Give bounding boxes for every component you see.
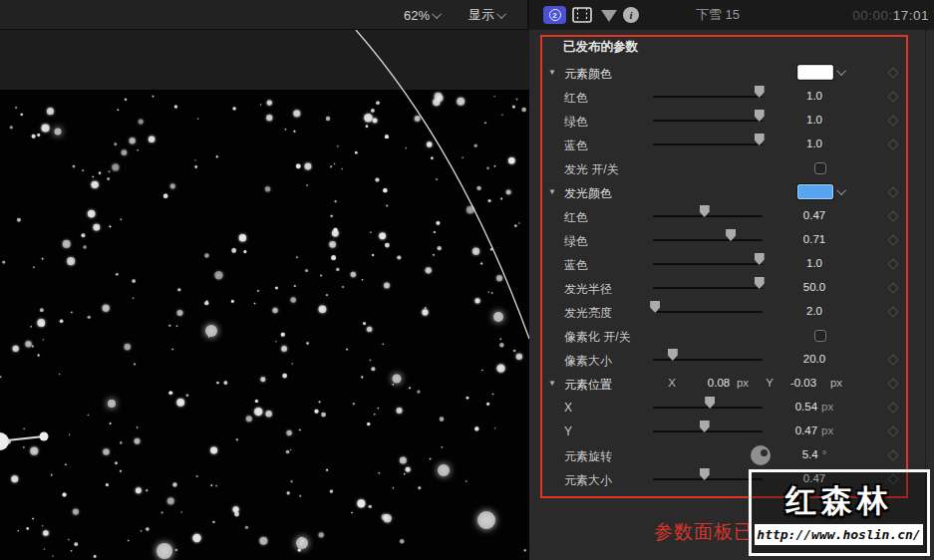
film-icon[interactable] xyxy=(572,7,592,23)
param-label: 像素化 开/关 xyxy=(564,329,631,346)
rotation-dial[interactable] xyxy=(751,445,771,465)
keyframe-diamond-icon[interactable] xyxy=(887,425,898,436)
info-icon[interactable]: i xyxy=(623,7,639,23)
param-unit: px xyxy=(821,424,833,436)
param-checkbox[interactable] xyxy=(814,162,826,174)
zoom-level-label: 62% xyxy=(404,8,430,23)
param-row-slider: X0.54px xyxy=(529,396,924,420)
param-row-xy: ▼元素位置X0.08pxY-0.03px xyxy=(529,372,924,396)
keyframe-diamond-icon[interactable] xyxy=(887,306,898,317)
param-row-slider: 红色0.47 xyxy=(529,204,924,228)
position-y-unit: px xyxy=(828,377,844,389)
slider-track[interactable] xyxy=(653,478,763,480)
param-value-field[interactable]: 0.47px xyxy=(775,424,854,436)
panel-header: 已发布的参数 xyxy=(563,39,638,56)
param-value-field[interactable]: 50.0 xyxy=(775,281,854,293)
param-label: 绿色 xyxy=(564,114,588,131)
slider-track[interactable] xyxy=(653,407,763,409)
param-row-slider: 红色1.0 xyxy=(529,85,924,109)
color-swatch[interactable] xyxy=(797,65,833,80)
param-value-field[interactable]: 1.0 xyxy=(775,138,854,149)
keyframe-diamond-icon[interactable] xyxy=(887,258,898,269)
keyframe-diamond-icon[interactable] xyxy=(887,282,898,293)
keyframe-diamond-icon[interactable] xyxy=(887,115,898,126)
param-label: 发光颜色 xyxy=(564,185,612,202)
disclosure-triangle-icon[interactable]: ▼ xyxy=(548,379,556,388)
watermark-url: http://www.hoslin.cn/ xyxy=(754,523,924,546)
slider-track[interactable] xyxy=(653,143,763,145)
position-y-value[interactable]: -0.03 xyxy=(775,377,832,389)
param-value: 1.0 xyxy=(806,138,822,149)
param-value-field[interactable]: 1.0 xyxy=(775,257,854,269)
keyframe-diamond-icon[interactable] xyxy=(887,67,898,78)
param-row-slider: 绿色1.0 xyxy=(529,109,924,133)
param-label: 元素位置 xyxy=(564,377,612,394)
keyframe-diamond-icon[interactable] xyxy=(887,449,898,460)
slider-track[interactable] xyxy=(653,359,763,361)
slider-track[interactable] xyxy=(653,120,763,122)
canvas-viewport[interactable] xyxy=(0,30,529,560)
param-value: 0.47 xyxy=(795,424,817,436)
param-label: 发光亮度 xyxy=(564,305,612,322)
slider-track[interactable] xyxy=(653,287,763,289)
toolbar-divider xyxy=(527,0,529,30)
keyframe-diamond-icon[interactable] xyxy=(887,186,898,197)
chevron-down-icon[interactable] xyxy=(836,66,846,76)
param-value: 1.0 xyxy=(806,257,822,269)
param-value-field[interactable]: 0.71 xyxy=(775,233,854,245)
zoom-level-menu[interactable]: 62% xyxy=(404,0,442,30)
param-value-field[interactable]: 5.4° xyxy=(775,448,854,460)
param-label: 元素颜色 xyxy=(564,66,612,83)
param-row-slider: 发光半径50.0 xyxy=(529,276,924,300)
slider-track[interactable] xyxy=(653,96,763,98)
param-label: 发光 开/关 xyxy=(564,161,619,178)
render-badge-icon[interactable]: 2 xyxy=(543,6,566,24)
keyframe-diamond-icon[interactable] xyxy=(887,234,898,245)
project-title: 下雪 15 xyxy=(658,0,778,30)
param-label: 红色 xyxy=(564,209,588,226)
param-row-slider: 蓝色1.0 xyxy=(529,133,924,156)
param-unit: ° xyxy=(822,448,827,460)
disclosure-triangle-icon[interactable]: ▼ xyxy=(548,68,556,77)
param-value-field[interactable]: 2.0 xyxy=(775,305,854,317)
param-label: 蓝色 xyxy=(564,138,588,154)
param-row-checkbox: 发光 开/关 xyxy=(529,156,924,180)
param-label: Y xyxy=(564,424,572,438)
canvas-toolbar: 62% 显示 2 i 下雪 15 00:00:17:01 xyxy=(0,0,934,30)
keyframe-diamond-icon[interactable] xyxy=(887,378,898,389)
color-swatch[interactable] xyxy=(797,184,833,199)
keyframe-diamond-icon[interactable] xyxy=(887,210,898,221)
slider-track[interactable] xyxy=(653,430,763,432)
view-triangle-icon[interactable] xyxy=(601,10,617,22)
param-value-field[interactable]: 1.0 xyxy=(775,114,854,126)
param-row-slider: 发光亮度2.0 xyxy=(529,300,924,324)
slider-track[interactable] xyxy=(653,239,763,241)
param-value-field[interactable]: 0.47 xyxy=(775,209,854,221)
param-value-field[interactable]: 1.0 xyxy=(775,90,854,102)
param-checkbox[interactable] xyxy=(814,330,826,342)
position-x-unit: px xyxy=(735,377,751,389)
param-unit: px xyxy=(821,401,833,413)
slider-track[interactable] xyxy=(653,215,763,217)
param-value-field[interactable]: 20.0 xyxy=(775,353,854,365)
disclosure-triangle-icon[interactable]: ▼ xyxy=(548,187,556,196)
param-value: 2.0 xyxy=(806,305,822,317)
keyframe-diamond-icon[interactable] xyxy=(887,91,898,102)
chevron-down-icon[interactable] xyxy=(836,185,846,195)
display-menu[interactable]: 显示 xyxy=(468,0,506,30)
param-label: 发光半径 xyxy=(564,281,612,298)
param-label: X xyxy=(564,401,572,415)
keyframe-diamond-icon[interactable] xyxy=(887,354,898,365)
keyframe-diamond-icon[interactable] xyxy=(887,139,898,149)
param-value: 1.0 xyxy=(806,90,822,102)
watermark-title: 红森林 xyxy=(752,480,927,522)
keyframe-diamond-icon[interactable] xyxy=(887,402,898,413)
param-value-field[interactable]: 0.54px xyxy=(775,401,854,413)
param-value: 5.4 xyxy=(802,448,818,460)
param-label: 绿色 xyxy=(564,233,588,250)
slider-track[interactable] xyxy=(653,311,763,313)
param-label: 红色 xyxy=(564,90,588,107)
timecode: 00:00:17:01 xyxy=(839,0,929,30)
slider-track[interactable] xyxy=(653,263,763,265)
rotation-dial-dot xyxy=(761,449,768,456)
